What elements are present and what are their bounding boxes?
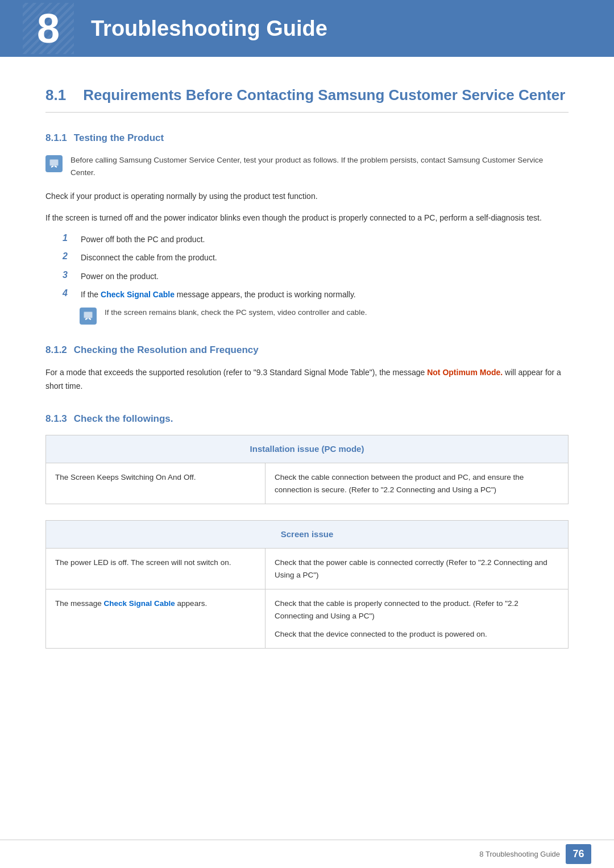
numbered-list: 1 Power off both the PC and product. 2 D… xyxy=(63,233,569,325)
not-optimum-mode-bold: Not Optimum Mode. xyxy=(427,368,503,377)
list-num-4: 4 xyxy=(63,288,73,298)
list-text-1: Power off both the PC and product. xyxy=(81,233,205,246)
note-text-2: If the screen remains blank, check the P… xyxy=(105,306,367,319)
footer-page-number: 76 xyxy=(566,844,591,864)
main-content: 8.1Requirements Before Contacting Samsun… xyxy=(0,57,614,717)
section-813-title: 8.1.3Check the followings. xyxy=(45,413,569,425)
chapter-number-box: 8 xyxy=(23,3,74,54)
chapter-header: 8 Troubleshooting Guide xyxy=(0,0,614,57)
installation-solution-cell: Check the cable connection between the p… xyxy=(265,463,568,504)
list-item-2: 2 Disconnect the cable from the product. xyxy=(63,251,569,264)
check-signal-cable-table-bold: Check Signal Cable xyxy=(104,599,175,608)
svg-line-1 xyxy=(51,166,53,167)
section-811-title: 8.1.1Testing the Product xyxy=(45,132,569,144)
section-811: 8.1.1Testing the Product Before calling … xyxy=(45,132,569,325)
para-812-1: For a mode that exceeds the supported re… xyxy=(45,366,569,393)
sub-note: If the screen remains blank, check the P… xyxy=(80,306,569,325)
list-item-3: 3 Power on the product. xyxy=(63,270,569,283)
screen-solution-cell-1: Check that the power cable is connected … xyxy=(265,549,568,589)
installation-table-header: Installation issue (PC mode) xyxy=(46,435,569,463)
svg-rect-7 xyxy=(84,312,92,318)
list-num-2: 2 xyxy=(63,251,73,261)
table-row: The message Check Signal Cable appears. … xyxy=(46,589,569,649)
section-81: 8.1Requirements Before Contacting Samsun… xyxy=(45,85,569,649)
svg-rect-3 xyxy=(50,160,58,165)
section-81-title: 8.1Requirements Before Contacting Samsun… xyxy=(45,85,569,113)
screen-issue-cell-1: The power LED is off. The screen will no… xyxy=(46,549,265,589)
section-81-number: 8.1 xyxy=(45,86,66,103)
solution-text-2: Check that the device connected to the p… xyxy=(275,628,559,641)
screen-table-header: Screen issue xyxy=(46,521,569,549)
note-icon-2 xyxy=(80,308,97,325)
installation-issue-table: Installation issue (PC mode) The Screen … xyxy=(45,435,569,504)
list-text-4: If the Check Signal Cable message appear… xyxy=(81,288,356,301)
table-row: The Screen Keeps Switching On And Off. C… xyxy=(46,463,569,504)
table-row: The power LED is off. The screen will no… xyxy=(46,549,569,589)
check-signal-cable-bold: Check Signal Cable xyxy=(101,290,175,299)
screen-issue-table: Screen issue The power LED is off. The s… xyxy=(45,520,569,649)
svg-line-5 xyxy=(85,318,88,319)
chapter-number: 8 xyxy=(37,8,60,49)
screen-solution-cell-2: Check that the cable is properly connect… xyxy=(265,589,568,649)
svg-line-6 xyxy=(89,318,91,319)
list-num-1: 1 xyxy=(63,233,73,243)
section-813: 8.1.3Check the followings. Installation … xyxy=(45,413,569,649)
list-text-3: Power on the product. xyxy=(81,270,159,283)
para-811-1: Check if your product is operating norma… xyxy=(45,190,569,203)
para-811-2: If the screen is turned off and the powe… xyxy=(45,211,569,225)
note-text-1: Before calling Samsung Customer Service … xyxy=(70,154,569,178)
svg-line-2 xyxy=(55,166,57,167)
note-icon-1 xyxy=(45,155,63,172)
note-box-1: Before calling Samsung Customer Service … xyxy=(45,154,569,178)
footer: 8 Troubleshooting Guide 76 xyxy=(0,840,614,868)
chapter-title: Troubleshooting Guide xyxy=(91,16,327,41)
section-812-title: 8.1.2Checking the Resolution and Frequen… xyxy=(45,344,569,356)
section-812: 8.1.2Checking the Resolution and Frequen… xyxy=(45,344,569,393)
list-item-1: 1 Power off both the PC and product. xyxy=(63,233,569,246)
footer-text: 8 Troubleshooting Guide xyxy=(479,850,560,858)
list-text-2: Disconnect the cable from the product. xyxy=(81,251,217,264)
list-num-3: 3 xyxy=(63,270,73,280)
list-item-4: 4 If the Check Signal Cable message appe… xyxy=(63,288,569,301)
installation-issue-cell: The Screen Keeps Switching On And Off. xyxy=(46,463,265,504)
solution-text-1: Check that the cable is properly connect… xyxy=(275,597,559,622)
screen-issue-cell-2: The message Check Signal Cable appears. xyxy=(46,589,265,649)
